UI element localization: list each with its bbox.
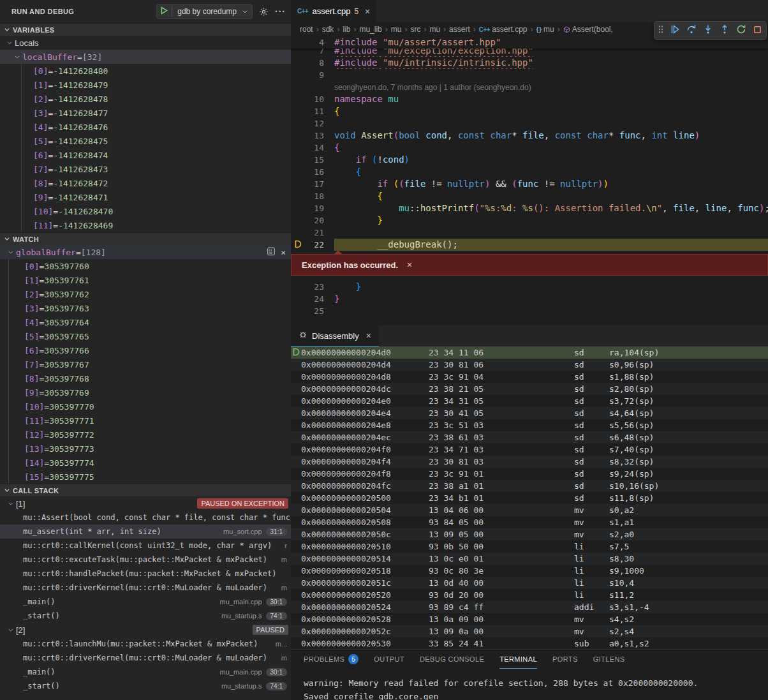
code-line[interactable]: 8#include "mu/intrinsic/intrinsic.hpp" <box>291 57 768 69</box>
stack-frame[interactable]: mu_assert(int * arr, int size)mu_sort.cp… <box>0 525 291 539</box>
code-line[interactable]: 15 if (!cond) <box>291 154 768 166</box>
tab-assert-cpp[interactable]: C++ assert.cpp 5 × <box>291 0 376 22</box>
watch-item-row[interactable]: [5] = 305397765 <box>8 329 291 343</box>
variable-row[interactable]: [11] = -1412628469 <box>21 218 291 232</box>
disasm-row[interactable]: 0x00000000000204e423 30 41 05sds4,64(sp) <box>291 407 768 419</box>
panel-tab-ports[interactable]: PORTS <box>552 650 578 669</box>
disasm-row[interactable]: 0x00000000000204d423 30 81 06sds0,96(sp) <box>291 359 768 371</box>
variables-section-header[interactable]: VARIABLES <box>0 23 291 36</box>
watch-item-row[interactable]: [4] = 305397764 <box>8 315 291 329</box>
variable-row[interactable]: [9] = -1412628471 <box>21 190 291 204</box>
disasm-row[interactable]: 0x000000000002050893 84 05 00mvs1,a1 <box>291 516 768 528</box>
grip-handle[interactable] <box>658 25 663 36</box>
remove-watch-icon[interactable]: × <box>281 248 286 257</box>
stack-frame[interactable]: mu::crt0::launchMu(mu::packet::MxPacket … <box>0 637 291 651</box>
stack-frame[interactable]: _main()mu_main.cpp30:1 <box>0 665 291 679</box>
disasm-row[interactable]: 0x000000000002050c13 09 05 00mvs2,a0 <box>291 528 768 540</box>
breadcrumb-item[interactable]: {}mu <box>536 25 554 34</box>
stack-frame[interactable]: mu::crt0::driverKernel(mu::crt0::MuLoade… <box>0 581 291 595</box>
watch-expression-row[interactable]: globalBuffer = [128] 0110 × <box>0 245 291 259</box>
code-line[interactable]: 23 } <box>291 281 768 293</box>
close-icon[interactable]: × <box>365 6 370 17</box>
variable-row[interactable]: [8] = -1412628472 <box>21 176 291 190</box>
disasm-row[interactable]: 0x00000000000204e023 34 31 05sds3,72(sp) <box>291 395 768 407</box>
stack-frame[interactable]: mu::crt0::driverKernel(mu::crt0::MuLoade… <box>0 651 291 665</box>
breadcrumb-item[interactable]: assert <box>449 25 470 34</box>
watch-item-row[interactable]: [6] = 305397766 <box>8 343 291 357</box>
breadcrumb-item[interactable]: Assert(bool, <box>563 25 613 34</box>
thread-row[interactable]: [2]PAUSED <box>0 623 291 637</box>
disasm-row[interactable]: 0x00000000000204f023 34 71 03sds7,40(sp) <box>291 443 768 456</box>
watch-item-row[interactable]: [8] = 305397768 <box>8 371 291 385</box>
variable-row[interactable]: [6] = -1412628474 <box>21 148 291 162</box>
stack-frame[interactable]: mu::Assert(bool cond, const char * file,… <box>0 510 291 525</box>
watch-item-row[interactable]: [2] = 305397762 <box>8 287 291 301</box>
stack-frame[interactable]: mu::crt0::callKernel(const uint32_t mode… <box>0 539 291 553</box>
breadcrumb-item[interactable]: root <box>300 25 313 34</box>
variable-row[interactable]: [10] = -1412628470 <box>21 204 291 218</box>
variable-row[interactable]: [0] = -1412628480 <box>21 64 291 78</box>
watch-item-row[interactable]: [1] = 305397761 <box>8 273 291 287</box>
code-editor-below[interactable]: 23 }24}25 <box>291 281 768 317</box>
disasm-row[interactable]: 0x000000000002052093 0d 20 00lis11,2 <box>291 589 768 601</box>
stack-frame[interactable]: _main()mu_main.cpp30:1 <box>0 595 291 609</box>
variable-row[interactable]: [3] = -1412628477 <box>21 106 291 120</box>
step-into-icon[interactable] <box>703 24 713 37</box>
disasm-row[interactable]: 0x00000000000204e823 3c 51 03sds5,56(sp) <box>291 419 768 431</box>
code-line[interactable]: 24} <box>291 293 768 305</box>
panel-tab-problems[interactable]: PROBLEMS5 <box>304 650 358 669</box>
watch-item-row[interactable]: [7] = 305397767 <box>8 357 291 371</box>
start-debug-icon[interactable] <box>161 6 168 17</box>
disasm-row[interactable]: 0x00000000000204dc23 38 21 05sds2,80(sp) <box>291 383 768 395</box>
disasm-row[interactable]: 0x00000000000204f423 30 81 03sds8,32(sp) <box>291 456 768 468</box>
code-line[interactable]: 13void Assert(bool cond, const char* fil… <box>291 130 768 142</box>
breakpoint-column[interactable] <box>291 239 305 251</box>
panel-tab-debug-console[interactable]: DEBUG CONSOLE <box>420 650 484 669</box>
variable-row[interactable]: [4] = -1412628476 <box>21 120 291 134</box>
disassembly-view[interactable]: 0x00000000000204d023 34 11 06sdra,104(sp… <box>291 346 768 650</box>
watch-item-row[interactable]: [15] = 305397775 <box>8 470 291 484</box>
breadcrumb-item[interactable]: sdk <box>322 25 334 34</box>
code-line[interactable]: 16 { <box>291 166 768 178</box>
panel-tab-terminal[interactable]: TERMINAL <box>499 650 537 669</box>
stop-icon[interactable] <box>753 25 762 37</box>
watch-item-row[interactable]: [3] = 305397763 <box>8 301 291 315</box>
code-line[interactable]: 10namespace mu <box>291 93 768 105</box>
disasm-row[interactable]: 0x000000000002051093 0b 50 00lis7,5 <box>291 540 768 553</box>
breadcrumb-item[interactable]: mu <box>429 25 440 34</box>
code-line[interactable]: 11{ <box>291 105 768 117</box>
tab-disassembly[interactable]: Disassembly × <box>291 325 379 346</box>
disasm-row[interactable]: 0x000000000002051893 0c 80 3elis9,1000 <box>291 565 768 577</box>
stack-frame[interactable]: _start()mu_startup.s74:1 <box>0 679 291 693</box>
disasm-row[interactable]: 0x000000000002052813 0a 09 00mvs4,s2 <box>291 613 768 625</box>
panel-tab-output[interactable]: OUTPUT <box>374 650 404 669</box>
stack-frame[interactable]: mu::crt0::handlePacket(mu::packet::MxPac… <box>0 567 291 581</box>
watch-item-row[interactable]: [9] = 305397769 <box>8 385 291 399</box>
breadcrumb-item[interactable]: C++assert.cpp <box>479 25 528 34</box>
code-editor[interactable]: 4#include "mu/assert/assert.hpp"7#includ… <box>291 36 768 251</box>
watch-item-row[interactable]: [11] = 305397771 <box>8 413 291 428</box>
terminal-output[interactable]: warning: Memory read failed for corefile… <box>291 669 768 700</box>
code-line[interactable]: 19 mu::hostPrintf("%s:%d: %s(): Assertio… <box>291 202 768 214</box>
panel-tab-gitlens[interactable]: GITLENS <box>593 650 625 669</box>
disasm-row[interactable]: 0x000000000002053033 85 24 41suba0,s1,s2 <box>291 637 768 650</box>
watch-item-row[interactable]: [10] = 305397770 <box>8 399 291 413</box>
code-line[interactable]: 9 <box>291 69 768 81</box>
thread-row[interactable]: [1]PAUSED ON EXCEPTION <box>0 496 291 510</box>
code-line[interactable]: 22 __debugBreak(); <box>291 239 768 251</box>
stack-frame[interactable]: mu::crt0::excuteTask(mu::packet::MxPacke… <box>0 553 291 567</box>
restart-icon[interactable] <box>736 24 746 37</box>
close-icon[interactable]: × <box>366 331 371 341</box>
disasm-row[interactable]: 0x000000000002052c13 09 0a 00mvs2,s4 <box>291 625 768 637</box>
continue-icon[interactable] <box>670 24 680 37</box>
code-line[interactable]: 21 <box>291 227 768 239</box>
disasm-row[interactable]: 0x00000000000204d823 3c 91 04sds1,88(sp) <box>291 371 768 383</box>
watch-item-row[interactable]: [0] = 305397760 <box>8 259 291 273</box>
code-line[interactable]: 20 } <box>291 214 768 227</box>
watch-item-row[interactable]: [12] = 305397772 <box>8 428 291 442</box>
close-icon[interactable]: × <box>407 260 412 270</box>
watch-section-header[interactable]: WATCH <box>0 232 291 245</box>
breadcrumb-item[interactable]: mu <box>391 25 402 34</box>
breadcrumb-item[interactable]: mu_lib <box>359 25 381 34</box>
code-line[interactable]: seonghyeon.do, 7 months ago | 1 author (… <box>291 81 768 93</box>
